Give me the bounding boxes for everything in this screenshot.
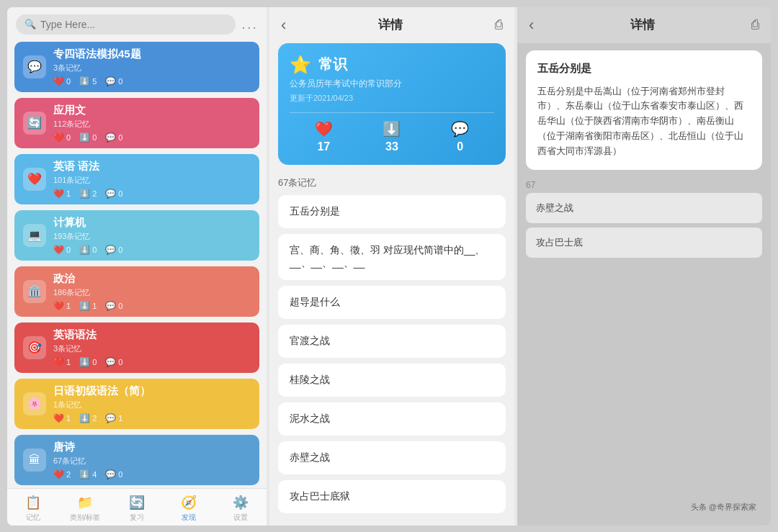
deck-title: 日语初级语法（简）	[53, 384, 251, 398]
deck-title: 英语语法	[53, 328, 251, 342]
deck-icon: 🔄	[23, 112, 46, 135]
card-item[interactable]: 超导是什么	[278, 286, 506, 319]
card-item[interactable]: 桂陵之战	[278, 364, 506, 397]
deck-item[interactable]: 💻 计算机 193条记忆 ❤️0 ⬇️0 💬0	[14, 210, 259, 261]
card-item[interactable]: 攻占巴士底狱	[278, 480, 506, 513]
middle-panel: ‹ 详情 ⎙ ⭐ 常识 公务员历年考试中的常识部分 更新于2021/04/23 …	[269, 7, 514, 526]
stat-comments: 💬0	[105, 357, 122, 367]
back-button[interactable]: ‹	[281, 16, 286, 35]
deck-item[interactable]: 🔄 应用文 112条记忆 ❤️0 ⬇️0 💬0	[14, 98, 259, 148]
deck-item[interactable]: 🎯 英语语法 3条记忆 ❤️1 ⬇️0 💬0	[14, 323, 259, 373]
deck-icon: ❤️	[23, 168, 46, 191]
deck-sub: 112条记忆	[53, 119, 251, 130]
card-count: 67条记忆	[269, 173, 514, 195]
hero-name: 常识	[318, 55, 347, 74]
hero-stat-num: 33	[385, 140, 398, 153]
deck-stats: ❤️1 ⬇️1 💬0	[53, 301, 251, 311]
right-share-button[interactable]: ⎙	[751, 17, 759, 32]
nav-label: 类别/标签	[70, 513, 101, 523]
deck-info: 英语语法 3条记忆 ❤️1 ⬇️0 💬0	[53, 328, 251, 367]
deck-item[interactable]: 🏛 唐诗 67条记忆 ❤️2 ⬇️4 💬0	[14, 435, 259, 485]
stat-comments: 💬1	[105, 413, 122, 423]
card-item[interactable]: 宫、商、角、徵、羽 对应现代简谱中的__、__、__、__、__	[278, 234, 506, 280]
deck-sub: 193条记忆	[53, 231, 251, 242]
right-panel: ‹ 详情 ⎙ 五岳分别是 五岳分别是中岳嵩山（位于河南省郑州市登封市）、东岳泰山…	[517, 7, 771, 526]
right-back-button[interactable]: ‹	[529, 16, 534, 35]
middle-title: 详情	[286, 17, 495, 33]
deck-info: 唐诗 67条记忆 ❤️2 ⬇️4 💬0	[53, 441, 251, 479]
deck-item[interactable]: ❤️ 英语 语法 101条记忆 ❤️1 ⬇️2 💬0	[14, 154, 259, 204]
deck-info: 日语初级语法（简） 1条记忆 ❤️1 ⬇️2 💬1	[53, 384, 251, 423]
nav-item-设置[interactable]: ⚙️ 设置	[215, 495, 267, 523]
deck-info: 英语 语法 101条记忆 ❤️1 ⬇️2 💬0	[53, 160, 251, 199]
stat-likes: ❤️1	[53, 357, 71, 367]
deck-list: 💬 专四语法模拟45题 3条记忆 ❤️0 ⬇️5 💬0 🔄 应用文 112条记忆…	[7, 42, 267, 488]
deck-sub: 101条记忆	[53, 175, 251, 186]
watermark: 头条 @奇界探索家	[691, 502, 756, 513]
hero-stats: ❤️ 17 ⬇️ 33 💬 0	[290, 112, 494, 153]
stat-comments: 💬0	[105, 189, 122, 199]
detail-card: 五岳分别是 五岳分别是中岳嵩山（位于河南省郑州市登封市）、东岳泰山（位于山东省泰…	[526, 50, 762, 171]
deck-item[interactable]: 🏛️ 政治 186条记忆 ❤️1 ⬇️1 💬0	[14, 266, 259, 317]
card-item[interactable]: 泥水之战	[278, 402, 506, 436]
detail-answer: 五岳分别是中岳嵩山（位于河南省郑州市登封市）、东岳泰山（位于山东省泰安市泰山区）…	[537, 84, 751, 159]
nav-icon: 📁	[77, 495, 93, 510]
stat-downloads: ⬇️0	[79, 357, 97, 367]
right-header: ‹ 详情 ⎙	[517, 7, 771, 43]
nav-icon: 🧭	[181, 495, 197, 510]
nav-item-类别/标签[interactable]: 📁 类别/标签	[59, 495, 111, 523]
stat-likes: ❤️0	[53, 245, 71, 255]
deck-item[interactable]: 🌸 日语初级语法（简） 1条记忆 ❤️1 ⬇️2 💬1	[14, 379, 259, 429]
stat-downloads: ⬇️2	[79, 413, 97, 423]
deck-info: 应用文 112条记忆 ❤️0 ⬇️0 💬0	[53, 104, 251, 143]
hero-desc: 公务员历年考试中的常识部分	[290, 78, 494, 90]
deck-title: 专四语法模拟45题	[53, 48, 251, 61]
deck-title: 英语 语法	[53, 160, 251, 173]
card-list: 五岳分别是宫、商、角、徵、羽 对应现代简谱中的__、__、__、__、__超导是…	[269, 195, 514, 526]
deck-icon: 🏛️	[23, 280, 46, 303]
card-item[interactable]: 赤壁之战	[278, 441, 506, 474]
stat-likes: ❤️1	[53, 413, 71, 423]
more-button[interactable]: ...	[241, 16, 258, 32]
stat-likes: ❤️1	[53, 301, 71, 311]
hero-stat-num: 17	[317, 140, 330, 153]
stat-downloads: ⬇️0	[79, 132, 97, 143]
hero-stat: ❤️ 17	[315, 120, 333, 153]
deck-stats: ❤️0 ⬇️5 💬0	[53, 76, 251, 86]
nav-label: 记忆	[26, 513, 40, 523]
deck-title: 唐诗	[53, 441, 251, 454]
card-item[interactable]: 官渡之战	[278, 325, 506, 358]
deck-icon: 💬	[23, 55, 46, 78]
deck-item[interactable]: 💬 专四语法模拟45题 3条记忆 ❤️0 ⬇️5 💬0	[14, 42, 259, 92]
card-item[interactable]: 五岳分别是	[278, 195, 506, 228]
deck-info: 计算机 193条记忆 ❤️0 ⬇️0 💬0	[53, 216, 251, 255]
stat-comments: 💬0	[105, 245, 122, 255]
nav-icon: 📋	[25, 495, 41, 510]
nav-icon: 🔄	[129, 495, 145, 510]
stat-comments: 💬0	[105, 301, 122, 311]
nav-item-记忆[interactable]: 📋 记忆	[7, 495, 59, 523]
nav-item-发现[interactable]: 🧭 发现	[163, 495, 215, 523]
hero-stat: ⬇️ 33	[383, 120, 401, 153]
stat-comments: 💬0	[105, 76, 122, 86]
deck-icon: 🏛	[23, 448, 46, 472]
deck-stats: ❤️1 ⬇️0 💬0	[53, 357, 251, 367]
left-panel: 🔍 ... 💬 专四语法模拟45题 3条记忆 ❤️0 ⬇️5 💬0 🔄 应用文	[7, 7, 267, 526]
stat-downloads: ⬇️0	[79, 245, 97, 255]
search-input[interactable]	[40, 19, 227, 30]
nav-item-复习[interactable]: 🔄 复习	[111, 495, 163, 523]
deck-icon: 💻	[23, 224, 46, 247]
hero-stat-icon: 💬	[451, 120, 469, 137]
deck-info: 专四语法模拟45题 3条记忆 ❤️0 ⬇️5 💬0	[53, 48, 251, 86]
deck-title: 应用文	[53, 104, 251, 117]
share-button[interactable]: ⎙	[495, 17, 503, 32]
nav-icon: ⚙️	[233, 495, 249, 510]
right-card-item[interactable]: 赤壁之战	[526, 193, 762, 223]
deck-stats: ❤️2 ⬇️4 💬0	[53, 469, 251, 479]
stat-comments: 💬0	[105, 132, 122, 143]
star-icon: ⭐	[290, 55, 311, 75]
search-input-wrap[interactable]: 🔍	[16, 14, 236, 35]
stat-downloads: ⬇️1	[79, 301, 97, 311]
right-card-item[interactable]: 攻占巴士底	[526, 227, 762, 258]
hero-stat-icon: ⬇️	[383, 120, 401, 137]
